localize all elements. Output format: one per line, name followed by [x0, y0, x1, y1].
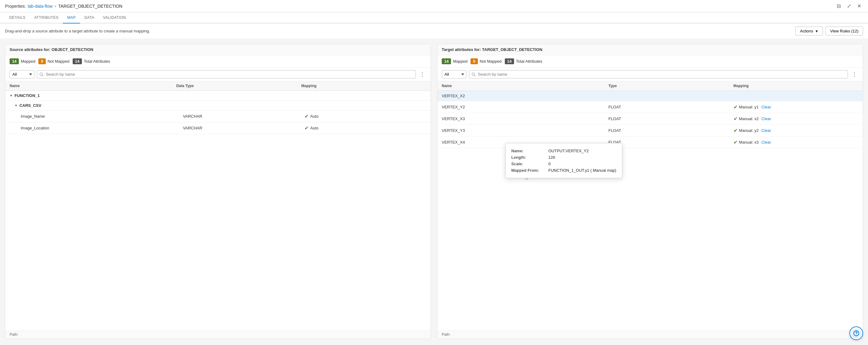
- target-more-button[interactable]: ⋮: [850, 70, 859, 78]
- check-icon: ✔: [734, 128, 738, 133]
- row-type: FLOAT: [608, 128, 733, 133]
- title-bar: Properties: lab-data-flow » TARGET_OBJEC…: [0, 0, 868, 12]
- table-row: VERTEX_X4 FLOAT ✔ Manual: x3 Clear: [437, 137, 863, 148]
- row-name: VERTEX_X2: [442, 94, 608, 98]
- mapping-text: Manual: y2: [739, 128, 759, 133]
- main-area: Source attributes for: OBJECT_DETECTION …: [0, 39, 868, 344]
- chevron-down-icon: ▼: [14, 104, 18, 107]
- tab-attributes[interactable]: ATTRIBUTES: [30, 12, 63, 24]
- mapping-text: Auto: [310, 114, 318, 118]
- target-header-prefix: Target attributes for:: [442, 47, 481, 52]
- tab-map[interactable]: MAP: [63, 12, 80, 24]
- target-col-name: Name: [442, 84, 608, 88]
- target-not-mapped-count: 0: [470, 58, 477, 64]
- tab-data[interactable]: DATA: [80, 12, 99, 24]
- target-panel: Target attributes for: TARGET_OBJECT_DET…: [437, 44, 863, 339]
- source-mapped-badge: 14 Mapped: [9, 58, 35, 64]
- actions-label: Actions: [800, 29, 813, 33]
- source-not-mapped-badge: 0 Not Mapped: [38, 58, 69, 64]
- attribute-tooltip: Name: OUTPUT.VERTEX_Y2 Length: 126 Scale…: [505, 143, 622, 178]
- row-mapping: ✔ Manual: x3 Clear: [734, 139, 859, 145]
- target-col-mapping: Mapping: [734, 84, 859, 88]
- check-icon: ✔: [305, 113, 309, 119]
- subgroup-name: CARS_CSV: [20, 103, 41, 108]
- check-icon: ✔: [305, 125, 309, 131]
- close-button[interactable]: ✕: [855, 2, 863, 9]
- table-row: VERTEX_Y2 FLOAT ✔ Manual: y1 Clear: [437, 101, 863, 113]
- toolbar: Drag-and-drop a source attribute to a ta…: [0, 24, 868, 39]
- tooltip-mapped-from-value: FUNCTION_1_OUT.y1 ( Manual map): [548, 168, 616, 173]
- svg-point-1: [856, 334, 857, 335]
- source-table-header: Name Data Type Mapping: [5, 81, 431, 91]
- clear-button[interactable]: Clear: [762, 140, 771, 144]
- row-name: Image_Name: [21, 114, 183, 118]
- source-total-badge: 14 Total Attributes: [73, 58, 111, 64]
- toolbar-right: Actions ▼ View Rules (12): [795, 27, 863, 36]
- target-mapped-badge: 14 Mapped: [442, 58, 467, 64]
- title-bar-left: Properties: lab-data-flow » TARGET_OBJEC…: [5, 4, 122, 9]
- source-header-name: OBJECT_DETECTION: [52, 47, 93, 52]
- tooltip-arrow: [524, 178, 529, 180]
- list-item: ▼ CARS_CSV: [5, 101, 431, 111]
- check-icon: ✔: [734, 116, 738, 122]
- row-mapping: ✔ Manual: y2 Clear: [734, 128, 859, 133]
- target-total-count: 14: [505, 58, 514, 64]
- row-name: VERTEX_Y3: [442, 128, 608, 133]
- target-badge-row: 14 Mapped 0 Not Mapped 14 Total Attribut…: [437, 55, 863, 68]
- clear-button[interactable]: Clear: [762, 116, 771, 121]
- source-search-input[interactable]: [37, 70, 416, 78]
- source-mapped-label: Mapped: [21, 59, 35, 64]
- tooltip-length-label: Length:: [511, 155, 548, 160]
- row-name: VERTEX_X3: [442, 116, 608, 121]
- help-button[interactable]: [849, 326, 863, 340]
- target-mapped-label: Mapped: [453, 59, 467, 64]
- tab-details[interactable]: DETAILS: [5, 12, 30, 24]
- source-filter-select[interactable]: All: [9, 70, 34, 78]
- tooltip-name-row: Name: OUTPUT.VERTEX_Y2: [511, 148, 616, 154]
- source-panel: Source attributes for: OBJECT_DETECTION …: [5, 44, 431, 339]
- source-mapped-count: 14: [9, 58, 19, 64]
- tooltip-scale-label: Scale:: [511, 162, 548, 166]
- breadcrumb-separator: »: [54, 4, 57, 8]
- toolbar-description: Drag-and-drop a source attribute to a ta…: [5, 29, 150, 33]
- source-badge-row: 14 Mapped 0 Not Mapped 14 Total Attribut…: [5, 55, 431, 68]
- row-mapping: ✔ Manual: x2 Clear: [734, 116, 859, 122]
- source-table-body: ▼ FUNCTION_1 ▼ CARS_CSV Image_Name VARCH…: [5, 91, 431, 330]
- tab-validation[interactable]: VALIDATION: [99, 12, 130, 24]
- tooltip-name-label: Name:: [511, 148, 548, 153]
- row-mapping: ✔ Auto: [305, 113, 426, 119]
- table-row: Image_Location VARCHAR ✔ Auto: [5, 122, 431, 134]
- tooltip-mapped-from-row: Mapped From: FUNCTION_1_OUT.y1 ( Manual …: [511, 167, 616, 174]
- clear-button[interactable]: Clear: [762, 128, 771, 133]
- mapping-text: Manual: x3: [739, 140, 759, 144]
- source-more-button[interactable]: ⋮: [418, 70, 426, 78]
- source-filter-row: All ⋮: [5, 68, 431, 81]
- target-mapped-count: 14: [442, 58, 451, 64]
- minimize-button[interactable]: ⊟: [835, 2, 843, 9]
- target-search-input[interactable]: [469, 70, 848, 78]
- target-not-mapped-label: Not Mapped: [480, 59, 502, 64]
- target-filter-select[interactable]: All: [442, 70, 466, 78]
- mapping-text: Manual: y1: [739, 105, 759, 109]
- row-type: VARCHAR: [183, 114, 305, 118]
- view-rules-button[interactable]: View Rules (12): [825, 27, 863, 36]
- row-mapping: ✔ Auto: [305, 125, 426, 131]
- source-total-label: Total Attributes: [84, 59, 110, 64]
- target-total-label: Total Attributes: [516, 59, 542, 64]
- actions-chevron-icon: ▼: [815, 29, 818, 33]
- target-col-type: Type: [608, 84, 733, 88]
- tooltip-name-value: OUTPUT.VERTEX_Y2: [548, 148, 616, 153]
- source-col-type: Data Type: [176, 84, 301, 88]
- target-not-mapped-badge: 0 Not Mapped: [470, 58, 501, 64]
- list-item: ▼ FUNCTION_1: [5, 91, 431, 101]
- expand-button[interactable]: ⤢: [845, 2, 853, 9]
- chevron-down-icon: ▼: [9, 94, 13, 97]
- help-icon: [851, 328, 861, 338]
- table-row: Image_Name VARCHAR ✔ Auto: [5, 111, 431, 122]
- breadcrumb-link[interactable]: lab-data-flow: [28, 4, 53, 9]
- tooltip-scale-row: Scale: 0: [511, 161, 616, 167]
- actions-button[interactable]: Actions ▼: [795, 27, 823, 36]
- clear-button[interactable]: Clear: [762, 105, 771, 109]
- source-panel-header: Source attributes for: OBJECT_DETECTION: [5, 44, 431, 55]
- row-type: FLOAT: [608, 140, 733, 144]
